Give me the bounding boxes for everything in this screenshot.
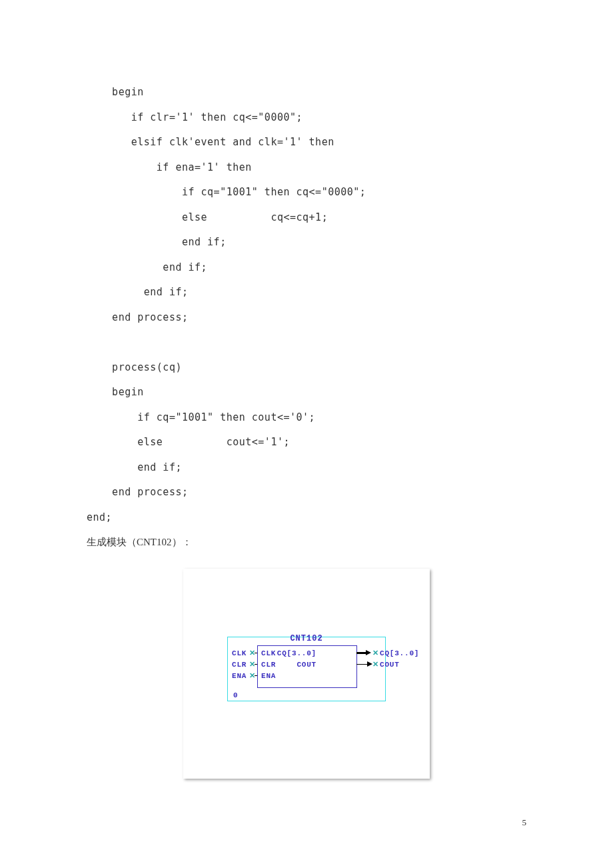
- page-number: 5: [522, 817, 527, 828]
- instance-label: 0: [233, 691, 238, 699]
- pin-label-input-1-inner: CLR: [261, 661, 276, 669]
- pin-stub: [255, 675, 257, 676]
- pin-label-output-1-inner: COUT: [297, 661, 316, 669]
- pin-label-output-0-inner: CQ[3..0]: [277, 649, 316, 657]
- page: begin if clr='1' then cq<="0000"; elsif …: [0, 0, 613, 868]
- diagram-container: CNT102 CLK ✕ CLK CLR ✕ CLR ENA ✕ ENA: [87, 569, 526, 779]
- pin-label-input-2-inner: ENA: [261, 672, 276, 680]
- code-block: begin if clr='1' then cq<="0000"; elsif …: [87, 80, 526, 530]
- pin-label-output-0-outer: CQ[3..0]: [380, 649, 428, 657]
- diagram-canvas: CNT102 CLK ✕ CLK CLR ✕ CLR ENA ✕ ENA: [193, 577, 420, 769]
- pin-stub: [255, 664, 257, 665]
- pin-label-input-0-outer: CLK: [232, 649, 247, 657]
- pin-label-output-1-outer: COUT: [380, 661, 400, 669]
- pin-x-icon: ✕: [372, 649, 378, 656]
- module-outer-box: CNT102 CLK ✕ CLK CLR ✕ CLR ENA ✕ ENA: [227, 637, 386, 701]
- pin-x-icon: ✕: [372, 661, 378, 667]
- pin-label-input-2-outer: ENA: [232, 672, 247, 680]
- pin-label-input-1-outer: CLR: [232, 661, 247, 669]
- diagram-frame: CNT102 CLK ✕ CLK CLR ✕ CLR ENA ✕ ENA: [183, 569, 430, 779]
- pin-label-input-0-inner: CLK: [261, 649, 276, 657]
- module-title: CNT102: [257, 634, 356, 643]
- pin-stub: [255, 653, 257, 653]
- module-caption: 生成模块（CNT102）：: [87, 530, 526, 555]
- arrow-icon: [366, 650, 371, 655]
